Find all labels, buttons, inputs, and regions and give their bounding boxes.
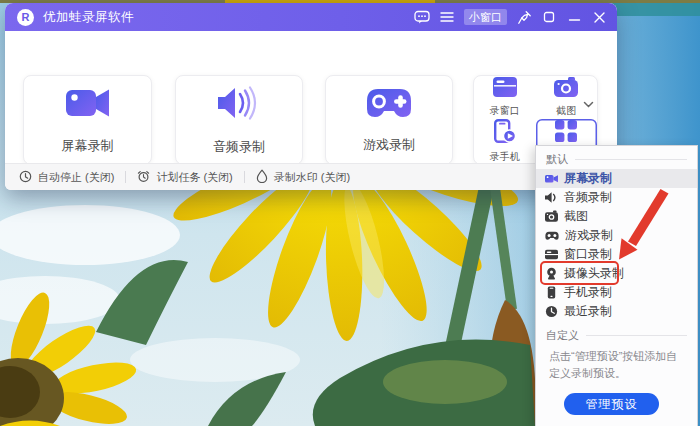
menu-item-phone-record[interactable]: 手机录制 [536,283,697,302]
close-icon[interactable] [591,10,607,25]
auto-stop-toggle[interactable]: 自动停止 (关闭) [19,170,114,185]
pin-icon[interactable] [516,10,532,25]
game-record-card[interactable]: 游戏录制 [325,75,453,165]
gamepad-icon [365,87,413,123]
speaker-icon [216,85,262,125]
menu-item-game-record[interactable]: 游戏录制 [536,226,697,245]
chevron-down-icon[interactable] [583,94,594,112]
toolbar-label: 自动停止 (关闭) [38,170,114,185]
window-icon [493,77,517,101]
camera-icon [554,77,578,101]
custom-section-header: 自定义 [536,321,697,345]
scheduled-task-toggle[interactable]: 计划任务 (关闭) [137,170,232,185]
minimize-icon[interactable] [566,10,582,25]
phone-record-icon [494,119,516,147]
desktop: R 优加蛙录屏软件 小窗口 [0,0,700,426]
titlebar: R 优加蛙录屏软件 小窗口 [5,3,617,31]
menu-icon[interactable] [439,10,455,25]
default-section-header: 默认 [536,146,697,169]
custom-hint-text: 点击“管理预设”按钮添加自定义录制预设。 [536,345,697,381]
alarm-icon [137,170,150,185]
menu-item-audio-record[interactable]: 音频录制 [536,188,697,207]
card-label: 游戏录制 [363,136,415,154]
menu-item-screen-record[interactable]: 屏幕录制 [536,169,697,188]
audio-record-card[interactable]: 音频录制 [175,75,303,165]
camcorder-icon [65,86,111,124]
record-phone-button[interactable]: 录手机 [474,119,536,164]
grid-icon [555,120,577,146]
menu-item-window-record[interactable]: 窗口录制 [536,245,697,264]
quick-label: 录窗口 [490,104,520,118]
preset-dropdown-panel: 默认 屏幕录制 音频录制 截图 游戏录制 窗口录制 摄像头录制 手机录制 [535,145,698,426]
card-label: 音频录制 [213,138,265,156]
screenshot-button[interactable]: 截图 [536,76,598,119]
clock-icon [19,170,32,185]
app-window: R 优加蛙录屏软件 小窗口 [5,3,617,190]
app-logo-icon: R [17,9,34,26]
watermark-toggle[interactable]: 录制水印 (关闭) [256,169,350,185]
toolbar-label: 录制水印 (关闭) [274,170,350,185]
card-label: 屏幕录制 [62,137,114,155]
menu-item-screenshot[interactable]: 截图 [536,207,697,226]
record-window-button[interactable]: 录窗口 [474,76,536,119]
menu-item-webcam-record[interactable]: 摄像头录制 [536,264,697,283]
small-window-button[interactable]: 小窗口 [464,9,507,25]
screen-record-card[interactable]: 屏幕录制 [23,75,152,165]
toolbar-label: 计划任务 (关闭) [156,170,232,185]
app-title: 优加蛙录屏软件 [43,9,134,26]
window-body: 屏幕录制 音频录制 [5,31,617,163]
bottom-toolbar: 自动停止 (关闭) 计划任务 (关闭) 录制水印 (关闭) [5,163,617,190]
manage-presets-button[interactable]: 管理预设 [564,393,659,415]
menu-item-recent-record[interactable]: 最近录制 [536,302,697,321]
waterdrop-icon [256,169,268,185]
quick-label: 截图 [556,104,576,118]
quick-label: 录手机 [490,150,520,164]
feedback-bubble-icon[interactable] [414,10,430,25]
mini-mode-icon[interactable] [541,10,557,25]
